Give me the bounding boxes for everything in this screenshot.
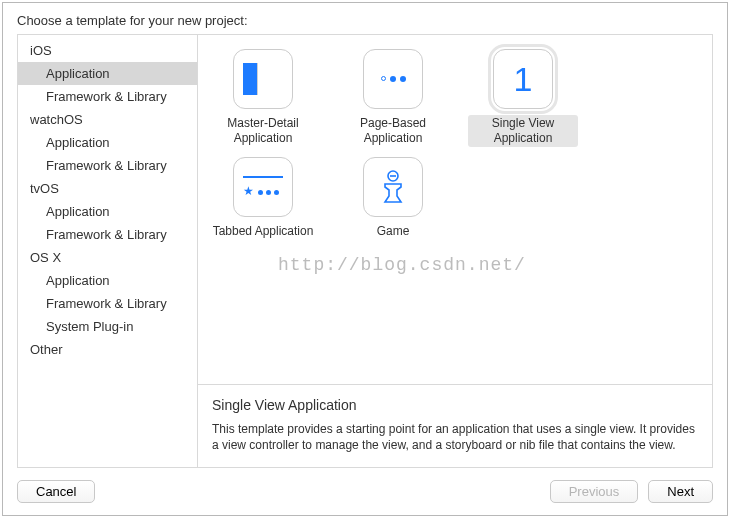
game-icon xyxy=(363,157,423,217)
template-grid: Master-Detail Application Page-Based App… xyxy=(208,49,702,240)
cancel-button[interactable]: Cancel xyxy=(17,480,95,503)
sidebar-item-ios-framework[interactable]: Framework & Library xyxy=(18,85,197,108)
previous-button: Previous xyxy=(550,480,639,503)
template-single-view[interactable]: 1 Single View Application xyxy=(468,49,578,147)
sidebar-group-osx: OS X xyxy=(18,246,197,269)
dialog-footer: Cancel Previous Next xyxy=(3,468,727,515)
template-tabbed[interactable]: ★ Tabbed Application xyxy=(208,157,318,240)
sidebar-item-tvos-framework[interactable]: Framework & Library xyxy=(18,223,197,246)
template-label: Single View Application xyxy=(468,115,578,147)
dialog-header: Choose a template for your new project: xyxy=(3,3,727,34)
sidebar-item-watchos-framework[interactable]: Framework & Library xyxy=(18,154,197,177)
template-category-sidebar: iOS Application Framework & Library watc… xyxy=(18,35,198,467)
sidebar-item-osx-plugin[interactable]: System Plug-in xyxy=(18,315,197,338)
template-page-based[interactable]: Page-Based Application xyxy=(338,49,448,147)
template-label: Page-Based Application xyxy=(338,115,448,147)
template-grid-area: Master-Detail Application Page-Based App… xyxy=(198,35,712,384)
sidebar-group-tvos: tvOS xyxy=(18,177,197,200)
template-detail-panel: Single View Application This template pr… xyxy=(198,384,712,467)
dialog-body: iOS Application Framework & Library watc… xyxy=(17,34,713,468)
detail-description: This template provides a starting point … xyxy=(212,421,698,453)
sidebar-item-ios-application[interactable]: Application xyxy=(18,62,197,85)
sidebar-item-osx-application[interactable]: Application xyxy=(18,269,197,292)
detail-title: Single View Application xyxy=(212,397,698,413)
next-button[interactable]: Next xyxy=(648,480,713,503)
single-view-icon: 1 xyxy=(493,49,553,109)
dialog-title: Choose a template for your new project: xyxy=(17,13,248,28)
new-project-dialog: Choose a template for your new project: … xyxy=(2,2,728,516)
page-based-icon xyxy=(363,49,423,109)
sidebar-group-ios: iOS xyxy=(18,39,197,62)
sidebar-group-watchos: watchOS xyxy=(18,108,197,131)
tabbed-icon: ★ xyxy=(233,157,293,217)
sidebar-item-tvos-application[interactable]: Application xyxy=(18,200,197,223)
template-main-area: Master-Detail Application Page-Based App… xyxy=(198,35,712,467)
sidebar-item-watchos-application[interactable]: Application xyxy=(18,131,197,154)
sidebar-group-other[interactable]: Other xyxy=(18,338,197,361)
watermark-text: http://blog.csdn.net/ xyxy=(278,255,526,275)
template-master-detail[interactable]: Master-Detail Application xyxy=(208,49,318,147)
template-label: Master-Detail Application xyxy=(208,115,318,147)
template-game[interactable]: Game xyxy=(338,157,448,240)
master-detail-icon xyxy=(233,49,293,109)
template-label: Game xyxy=(373,223,414,240)
sidebar-item-osx-framework[interactable]: Framework & Library xyxy=(18,292,197,315)
template-label: Tabbed Application xyxy=(209,223,318,240)
